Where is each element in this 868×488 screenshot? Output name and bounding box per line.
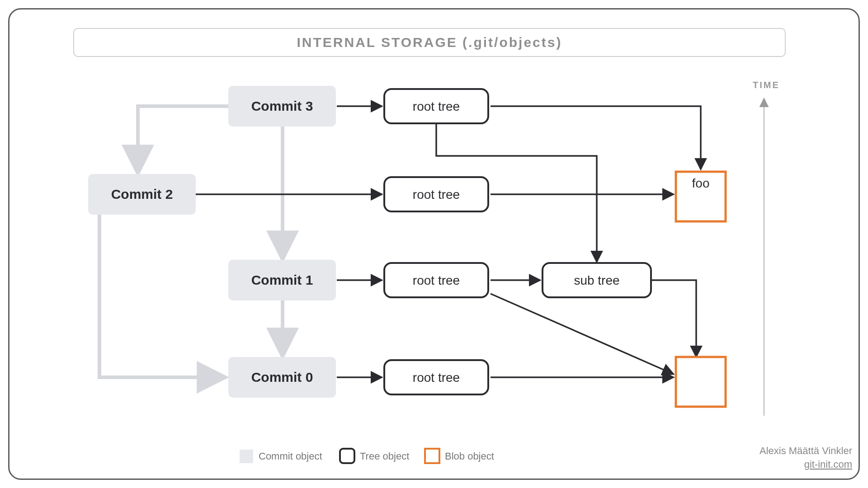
commit-0-label: Commit 0	[251, 370, 313, 385]
legend: Commit object Tree object Blob object	[240, 449, 494, 463]
diagram-svg: Commit 3 Commit 2 Commit 1 Commit 0 root…	[0, 0, 868, 488]
tree-1-label: root tree	[413, 273, 460, 287]
commit-0: Commit 0	[228, 357, 336, 398]
commit-2-label: Commit 2	[111, 187, 173, 202]
tree-sub: sub tree	[542, 263, 651, 297]
svg-rect-10	[676, 357, 726, 407]
legend-commit: Commit object	[259, 450, 322, 462]
commit-3-label: Commit 3	[251, 99, 313, 113]
blob-foo-label: foo	[692, 176, 710, 190]
tree-2: root tree	[384, 177, 488, 211]
blob-anon	[676, 357, 726, 407]
commit-1-label: Commit 1	[251, 272, 313, 287]
blob-foo: foo	[676, 172, 726, 221]
time-label: TIME	[753, 80, 780, 90]
svg-rect-12	[240, 450, 253, 463]
tree-3: root tree	[384, 89, 488, 123]
svg-rect-13	[340, 449, 354, 463]
tree-0: root tree	[384, 360, 488, 394]
parent-arrows	[99, 106, 283, 377]
commit-2: Commit 2	[88, 174, 196, 215]
tree-1: root tree	[384, 263, 488, 297]
commit-3: Commit 3	[228, 86, 336, 127]
author-name: Alexis Määttä Vinkler	[760, 445, 852, 456]
legend-tree: Tree object	[360, 450, 409, 462]
author-site: git-init.com	[804, 459, 852, 470]
data-arrows	[194, 106, 701, 377]
time-axis: TIME	[753, 80, 780, 416]
svg-rect-14	[425, 449, 439, 463]
tree-0-label: root tree	[413, 371, 460, 385]
legend-blob: Blob object	[445, 450, 494, 462]
tree-sub-label: sub tree	[574, 273, 619, 287]
tree-2-label: root tree	[413, 188, 460, 202]
tree-3-label: root tree	[413, 99, 460, 113]
commit-1: Commit 1	[228, 260, 336, 300]
